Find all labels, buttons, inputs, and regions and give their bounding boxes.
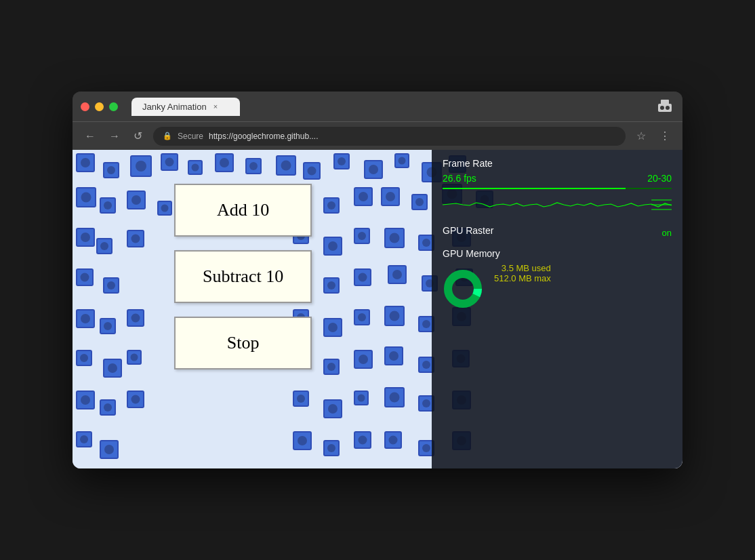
browser-tab[interactable]: Janky Animation × [131,98,240,116]
blue-square [354,187,373,206]
fps-range: 20-30 [647,173,672,184]
blue-square [100,197,116,214]
blue-square [100,318,116,334]
blue-square [127,391,144,408]
blue-square [103,162,119,178]
fps-bar-bg [443,188,672,189]
gpu-raster-label: GPU Raster [443,225,493,236]
blue-square [384,346,403,365]
blue-square [323,277,340,294]
blue-square [388,265,407,284]
blue-square [354,350,373,369]
blue-square [381,187,400,206]
blue-square [76,350,92,366]
blue-square [100,399,116,416]
blue-square [323,197,340,214]
more-options-icon[interactable]: ⋮ [657,127,673,145]
blue-square [354,431,371,449]
blue-square [411,194,428,210]
blue-square [354,268,371,286]
blue-square [354,309,370,325]
tab-close-button[interactable]: × [213,102,218,111]
blue-square [188,160,203,175]
blue-square [96,238,113,254]
blue-square [100,440,119,459]
blue-square [76,268,94,286]
blue-square [76,228,95,247]
blue-square [127,309,144,327]
fps-bar-fill [443,188,626,189]
tab-title: Janky Animation [142,102,207,112]
blue-square [103,277,119,294]
add-10-button[interactable]: Add 10 [174,184,312,237]
forward-button[interactable]: → [106,129,123,144]
blue-square [293,391,309,407]
gpu-memory-label: GPU Memory [443,248,500,259]
blue-square [157,201,172,216]
url-text: https://googlechrome.github.... [209,132,318,141]
fps-bar [443,188,672,189]
refresh-button[interactable]: ↺ [131,128,145,144]
blue-square [161,153,178,171]
frame-rate-label: Frame Rate [443,158,672,169]
gpu-raster-section: GPU Raster on [443,225,672,240]
maximize-button[interactable] [109,102,118,111]
blue-square [323,399,342,418]
subtract-10-button[interactable]: Subtract 10 [174,250,312,303]
lock-icon: 🔒 [163,132,172,140]
blue-square [323,237,342,256]
blue-square [303,162,321,180]
blue-square [293,431,312,450]
incognito-icon [655,97,674,117]
blue-square [384,306,405,326]
svg-point-8 [448,274,478,304]
blue-square [333,153,350,169]
fps-value-row: 26.6 fps 20-30 [443,173,672,184]
svg-rect-1 [661,100,669,105]
close-button[interactable] [81,102,89,111]
stop-button[interactable]: Stop [174,317,312,369]
url-bar[interactable]: 🔒 Secure https://googlechrome.github.... [153,127,626,146]
blue-square [384,387,405,407]
gpu-mem-max: 512.0 MB max [494,273,551,283]
svg-point-2 [660,106,664,110]
browser-window: Janky Animation × ← → ↺ 🔒 Secure https:/… [73,92,682,468]
blue-square [76,153,95,172]
title-bar: Janky Animation × [73,92,682,121]
blue-square [354,391,369,405]
content-area: Add 10 Subtract 10 Stop Frame Rate 26.6 … [73,150,682,468]
blue-square [323,318,342,337]
gpu-memory-chart [443,268,483,309]
fps-graph [443,195,672,215]
blue-square [127,230,144,247]
back-button[interactable]: ← [82,129,98,144]
tab-area: Janky Animation × [131,98,240,116]
blue-square [276,155,296,176]
svg-point-3 [666,106,670,110]
fps-value: 26.6 fps [443,173,476,184]
blue-square [76,431,92,447]
button-panel: Add 10 Subtract 10 Stop [174,184,312,369]
blue-square [384,431,402,449]
performance-overlay: Frame Rate 26.6 fps 20-30 [432,150,682,468]
bookmark-icon[interactable]: ☆ [634,127,649,145]
blue-square [323,359,340,375]
blue-square [127,350,142,365]
gpu-mem-used: 3.5 MB used [494,263,551,273]
gpu-raster-row: GPU Raster on [443,225,672,240]
blue-square [130,155,152,177]
gpu-memory-section: GPU Memory 3.5 MB used 512.0 MB max [443,248,672,309]
blue-square [364,160,383,179]
secure-label: Secure [178,132,203,141]
blue-square [394,153,409,168]
address-bar: ← → ↺ 🔒 Secure https://googlechrome.gith… [73,121,682,150]
gpu-raster-value: on [662,228,672,238]
blue-square [323,440,340,456]
minimize-button[interactable] [95,102,104,111]
blue-square [245,158,262,174]
blue-square [384,228,405,248]
blue-square [354,228,370,244]
blue-square [76,187,96,207]
gpu-memory-values: 3.5 MB used 512.0 MB max [494,263,551,283]
blue-square [76,391,95,409]
